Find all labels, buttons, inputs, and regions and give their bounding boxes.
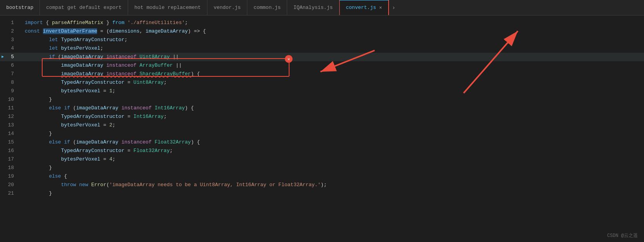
line-numbers: 1 2 3 4 5 6 7 8 9 10 11 12 13 14 15 16 1… xyxy=(0,16,19,242)
line-num-5: 5 xyxy=(0,53,19,61)
line-num-18: 18 xyxy=(0,164,19,172)
line-num-19: 19 xyxy=(0,172,19,181)
code-line-13: bytesPerVoxel = 2; xyxy=(19,121,644,130)
code-line-6: imageDataArray instanceof ArrayBuffer || xyxy=(19,61,644,70)
tab-close-icon[interactable]: ✕ xyxy=(379,5,382,10)
tab-scroll-right[interactable]: › xyxy=(389,5,398,11)
tab-hmr[interactable]: hot module replacement xyxy=(128,0,207,16)
tab-bootstrap[interactable]: bootstrap xyxy=(0,0,40,16)
code-line-14: } xyxy=(19,130,644,138)
tab-label: vendor.js xyxy=(214,5,241,10)
line-num-15: 15 xyxy=(0,138,19,147)
line-num-16: 16 xyxy=(0,147,19,155)
line-num-3: 3 xyxy=(0,36,19,44)
tab-label: common.js xyxy=(253,5,281,10)
tab-iqanalysis[interactable]: IQAnalysis.js xyxy=(287,0,339,16)
line-num-13: 13 xyxy=(0,121,19,130)
watermark: CSDN @云之遥 xyxy=(607,232,638,239)
code-line-21: } xyxy=(19,189,644,198)
tab-label: bootstrap xyxy=(6,5,33,10)
code-line-10: } xyxy=(19,95,644,104)
line-num-12: 12 xyxy=(0,112,19,121)
code-line-2: const invertDataPerFrame = (dimensions, … xyxy=(19,27,644,36)
code-line-4: let bytesPerVoxel; xyxy=(19,44,644,53)
code-line-1: import { parseAffineMatrix } from './aff… xyxy=(19,19,644,27)
line-num-14: 14 xyxy=(0,130,19,138)
code-content: import { parseAffineMatrix } from './aff… xyxy=(19,16,644,242)
code-line-3: let TypedArrayConstructor; xyxy=(19,36,644,44)
code-line-9: bytesPerVoxel = 1; xyxy=(19,87,644,95)
code-line-17: bytesPerVoxel = 4; xyxy=(19,155,644,164)
line-num-8: 8 xyxy=(0,78,19,87)
tab-bar: bootstrap compat get default export hot … xyxy=(0,0,644,16)
line-num-2: 2 xyxy=(0,27,19,36)
line-num-20: 20 xyxy=(0,181,19,189)
line-num-1: 1 xyxy=(0,19,19,27)
line-num-7: 7 xyxy=(0,70,19,78)
line-num-4: 4 xyxy=(0,44,19,53)
tab-common[interactable]: common.js xyxy=(247,0,287,16)
code-area: 1 2 3 4 5 6 7 8 9 10 11 12 13 14 15 16 1… xyxy=(0,16,644,242)
code-line-11: else if (imageDataArray instanceof Int16… xyxy=(19,104,644,112)
code-line-8: TypedArrayConstructor = Uint8Array; xyxy=(19,78,644,87)
line-num-9: 9 xyxy=(0,87,19,95)
code-line-16: TypedArrayConstructor = Float32Array; xyxy=(19,147,644,155)
editor: 1 2 3 4 5 6 7 8 9 10 11 12 13 14 15 16 1… xyxy=(0,16,644,242)
code-line-18: } xyxy=(19,164,644,172)
code-line-5: if (imageDataArray instanceof Uint8Array… xyxy=(19,53,644,61)
line-num-17: 17 xyxy=(0,155,19,164)
code-line-20: throw new Error('imageDataArray needs to… xyxy=(19,181,644,189)
code-line-12: TypedArrayConstructor = Int16Array; xyxy=(19,112,644,121)
code-line-15: else if (imageDataArray instanceof Float… xyxy=(19,138,644,147)
app-container: bootstrap compat get default export hot … xyxy=(0,0,644,242)
tab-label: IQAnalysis.js xyxy=(293,5,332,10)
code-line-19: else { xyxy=(19,172,644,181)
tab-compat[interactable]: compat get default export xyxy=(40,0,128,16)
line-num-10: 10 xyxy=(0,95,19,104)
code-line-7: imageDataArray instanceof SharedArrayBuf… xyxy=(19,70,644,78)
line-num-6: 6 xyxy=(0,61,19,70)
tab-vendor[interactable]: vendor.js xyxy=(207,0,247,16)
tab-label: compat get default export xyxy=(46,5,122,10)
tab-label: convert.js xyxy=(346,5,376,10)
line-num-11: 11 xyxy=(0,104,19,112)
tab-label: hot module replacement xyxy=(134,5,201,10)
tab-convert[interactable]: convert.js ✕ xyxy=(339,0,389,16)
line-num-21: 21 xyxy=(0,189,19,198)
